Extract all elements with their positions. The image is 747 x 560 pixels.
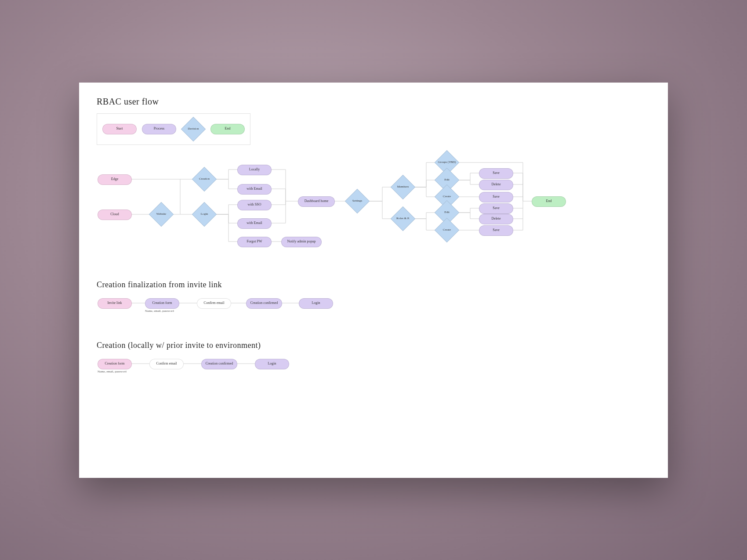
node-roles[interactable]: Roles & P.: [391, 207, 415, 231]
node-settings[interactable]: Settings: [345, 189, 369, 213]
main-title: RBAC user flow: [97, 97, 159, 107]
node-with-email-creation[interactable]: with Email: [237, 184, 272, 195]
node-notify-admin[interactable]: Notify admin popup: [281, 237, 322, 247]
node-create-roles[interactable]: Create: [435, 218, 459, 242]
s3-creation-form-sub: Name, email, password: [98, 370, 127, 373]
s2-creation-confirmed[interactable]: Creation confirmed: [246, 298, 282, 309]
node-members[interactable]: Members: [391, 175, 415, 199]
s3-login[interactable]: Login: [255, 359, 289, 369]
s2-confirm-email[interactable]: Confirm email: [197, 298, 231, 309]
s2-creation-form[interactable]: Creation form: [145, 298, 179, 309]
node-delete-1[interactable]: Delete: [479, 180, 513, 190]
node-forgot-pw[interactable]: Forgot PW: [237, 237, 272, 247]
node-login[interactable]: Login: [192, 202, 216, 226]
node-save-1[interactable]: Save: [479, 168, 513, 179]
legend-end: End: [210, 124, 245, 134]
legend: Start Process Decision End: [97, 113, 250, 145]
node-dashboard[interactable]: Dashboard home: [298, 196, 335, 207]
node-creation[interactable]: Creation: [192, 167, 216, 191]
node-with-sso[interactable]: with SSO: [237, 200, 272, 210]
s3-creation-form[interactable]: Creation form: [98, 359, 132, 369]
legend-decision: Decision: [181, 117, 205, 141]
diagram-canvas[interactable]: RBAC user flow Start Process Decision En…: [79, 83, 668, 478]
section3-title: Creation (locally w/ prior invite to env…: [97, 341, 261, 350]
node-save-4[interactable]: Save: [479, 225, 513, 236]
section2-title: Creation finalization from invite link: [97, 280, 222, 289]
node-save-2[interactable]: Save: [479, 192, 513, 202]
s3-creation-confirmed[interactable]: Creation confirmed: [201, 359, 237, 369]
s2-creation-form-sub: Name, email, password: [145, 309, 174, 313]
node-save-3[interactable]: Save: [479, 203, 513, 214]
legend-start: Start: [102, 124, 137, 134]
node-with-email-login[interactable]: with Email: [237, 218, 272, 229]
node-website[interactable]: Website: [149, 202, 173, 226]
legend-process: Process: [142, 124, 176, 134]
s2-login[interactable]: Login: [299, 298, 333, 309]
node-locally[interactable]: Locally: [237, 165, 272, 175]
s3-confirm-email[interactable]: Confirm email: [149, 359, 184, 369]
node-edge[interactable]: Edge: [98, 174, 132, 185]
node-cloud[interactable]: Cloud: [98, 210, 132, 220]
s2-invite-link[interactable]: Invite link: [98, 298, 132, 309]
node-end[interactable]: End: [532, 196, 566, 207]
node-delete-2[interactable]: Delete: [479, 214, 513, 224]
